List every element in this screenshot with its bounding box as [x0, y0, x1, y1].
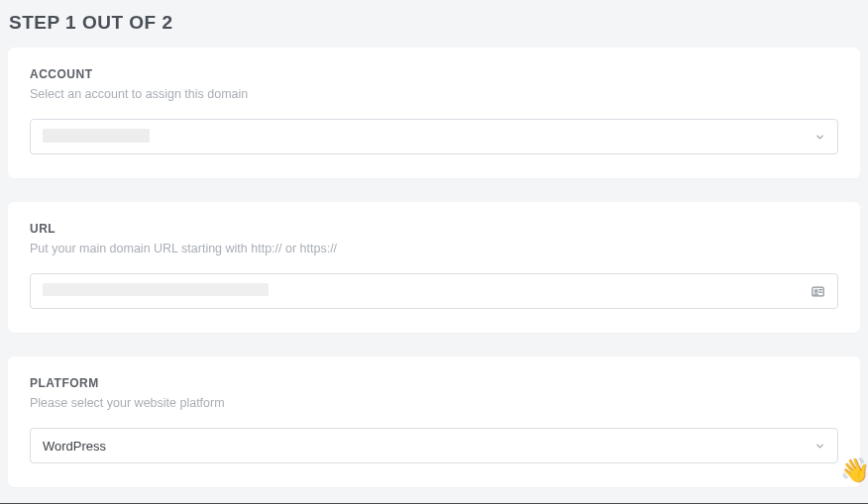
url-input-value [43, 283, 811, 299]
url-card: URL Put your main domain URL starting wi… [8, 202, 860, 333]
account-select-value [43, 129, 814, 146]
chevron-down-icon [814, 131, 825, 143]
contact-card-icon[interactable] [811, 284, 825, 299]
url-input[interactable] [30, 273, 838, 309]
wave-widget-icon[interactable]: 👋 [840, 456, 868, 484]
account-sublabel: Select an account to assign this domain [30, 87, 838, 101]
platform-sublabel: Please select your website platform [30, 396, 838, 410]
platform-label: PLATFORM [30, 376, 838, 390]
url-sublabel: Put your main domain URL starting with h… [30, 242, 838, 255]
step-title: STEP 1 OUT OF 2 [9, 12, 860, 34]
chevron-down-icon [814, 440, 825, 452]
platform-card: PLATFORM Please select your website plat… [8, 356, 860, 487]
account-value-redacted [43, 129, 150, 143]
account-select[interactable] [30, 119, 838, 154]
url-label: URL [30, 222, 838, 236]
url-value-redacted [43, 283, 269, 296]
account-card: ACCOUNT Select an account to assign this… [8, 48, 860, 178]
platform-select-value: WordPress [43, 439, 814, 454]
account-label: ACCOUNT [30, 67, 838, 81]
svg-point-1 [814, 289, 817, 292]
platform-select[interactable]: WordPress [30, 428, 838, 463]
